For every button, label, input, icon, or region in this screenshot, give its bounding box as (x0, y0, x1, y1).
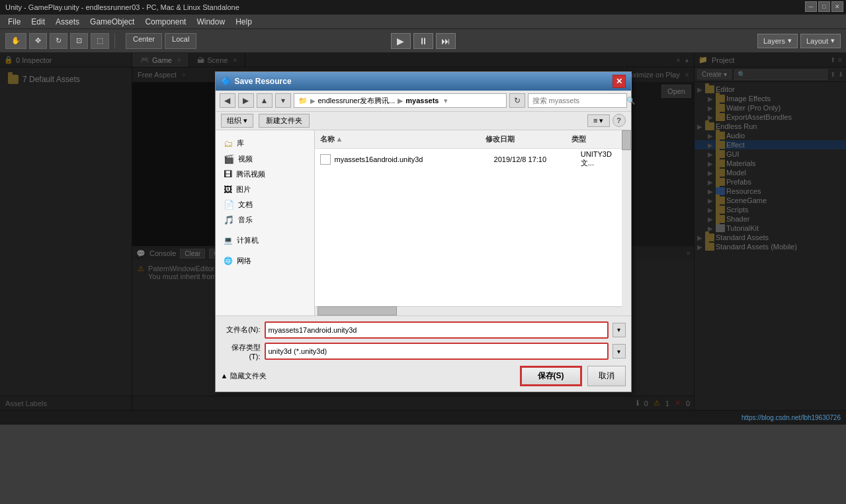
transform-controls: Center Local (126, 33, 196, 49)
action-buttons: 保存(S) 取消 (520, 366, 626, 386)
filetype-row: 保存类型(T): ▾ (221, 343, 626, 360)
col-header-name[interactable]: 名称 ▲ (315, 134, 480, 144)
computer-label: 计算机 (237, 235, 259, 245)
filetype-label: 保存类型(T): (221, 343, 261, 360)
local-btn[interactable]: Local (165, 33, 196, 49)
sidebar-video[interactable]: 🎬 视频 (216, 151, 314, 167)
menu-component[interactable]: Component (140, 16, 191, 28)
sidebar-computer[interactable]: 💻 计算机 (216, 233, 314, 248)
layout-dropdown[interactable]: Layout▾ (800, 34, 841, 48)
menu-help[interactable]: Help (230, 16, 257, 28)
path-dropdown-btn[interactable]: ▾ (444, 97, 448, 105)
dialog-overlay: 🔷 Save Resource ✕ ◀ ▶ ▲ ▾ 📁 ▶ endlessrun… (0, 53, 846, 410)
image-icon: 🖼 (224, 185, 232, 194)
path-part-1[interactable]: endlessruner发布腾讯... (318, 96, 396, 106)
pause-btn[interactable]: ⏸ (413, 33, 433, 49)
sidebar-images[interactable]: 🖼 图片 (216, 182, 314, 197)
col-type-label: 类型 (571, 134, 586, 144)
scale-tool-btn[interactable]: ⊡ (70, 33, 88, 49)
image-label: 图片 (236, 185, 251, 194)
view-btn[interactable]: ≡ ▾ (587, 114, 609, 127)
title-bar: Unity - GamePlay.unity - endlessrunner03… (0, 0, 846, 15)
col-sort-arrow: ▲ (336, 135, 343, 143)
hide-folder-btn[interactable]: ▲ 隐藏文件夹 (221, 371, 267, 381)
path-part-2[interactable]: myassets (405, 97, 439, 105)
video-label: 视频 (238, 154, 253, 164)
move-tool-btn[interactable]: ✥ (29, 33, 47, 49)
file-name-0: myassets16android.unity3d (335, 155, 490, 163)
music-icon: 🎵 (224, 215, 234, 225)
hide-folder-icon: ▲ (221, 372, 228, 380)
menu-edit[interactable]: Edit (26, 16, 50, 28)
col-name-label: 名称 (320, 134, 335, 144)
sidebar-network[interactable]: 🌐 网络 (216, 253, 314, 269)
tencent-video-icon: 🎞 (224, 169, 232, 179)
filetype-dropdown[interactable]: ▾ (613, 344, 626, 358)
dialog-file-area: 名称 ▲ 修改日期 类型 myassets16androi (315, 130, 631, 315)
nav-dropdown-btn[interactable]: ▾ (275, 93, 291, 108)
path-root-icon: ▶ (310, 97, 316, 105)
col-header-date[interactable]: 修改日期 (480, 134, 566, 144)
play-btn[interactable]: ▶ (391, 33, 411, 49)
search-field[interactable] (532, 97, 624, 105)
search-icon: 🔍 (626, 97, 636, 105)
close-btn[interactable]: ✕ (831, 1, 843, 12)
layers-dropdown[interactable]: Layers▾ (757, 34, 798, 48)
dialog-secondary-bar: 组织 ▾ 新建文件夹 ≡ ▾ ? (216, 112, 631, 130)
menu-gameobject[interactable]: GameObject (85, 16, 140, 28)
cancel-btn[interactable]: 取消 (587, 366, 626, 386)
rect-tool-btn[interactable]: ⬚ (91, 33, 109, 49)
file-date-0: 2019/12/8 17:10 (494, 155, 577, 163)
filetype-input[interactable] (266, 344, 607, 358)
toolbar: ✋ ✥ ↻ ⊡ ⬚ Center Local ▶ ⏸ ⏭ Layers▾ Lay… (0, 29, 846, 53)
library-label: 库 (237, 138, 244, 148)
scrollbar-thumb[interactable] (622, 130, 631, 150)
dialog-icon: 🔷 (221, 77, 231, 86)
status-bar: https://blog.csdn.net/lbh19630726 (0, 410, 846, 425)
file-icon (320, 154, 331, 165)
save-resource-dialog: 🔷 Save Resource ✕ ◀ ▶ ▲ ▾ 📁 ▶ endlessrun… (215, 71, 632, 392)
dialog-scrollbar[interactable] (622, 130, 631, 315)
sidebar-library[interactable]: 🗂 库 (216, 136, 314, 151)
hscroll-thumb[interactable] (317, 306, 397, 315)
col-date-label: 修改日期 (486, 134, 515, 144)
doc-label: 文档 (238, 200, 253, 210)
nav-refresh-btn[interactable]: ↻ (509, 93, 525, 108)
step-btn[interactable]: ⏭ (436, 33, 456, 49)
org-btn[interactable]: 组织 ▾ (221, 114, 253, 128)
nav-back-btn[interactable]: ◀ (220, 93, 235, 108)
dialog-title: Save Resource (235, 77, 292, 86)
sidebar-tencent-video[interactable]: 🎞 腾讯视频 (216, 167, 314, 182)
window-controls: ─ □ ✕ (805, 1, 843, 12)
help-btn[interactable]: ? (613, 114, 626, 127)
hand-tool-btn[interactable]: ✋ (5, 33, 26, 49)
center-btn[interactable]: Center (126, 33, 162, 49)
minimize-btn[interactable]: ─ (805, 1, 817, 12)
sidebar-music[interactable]: 🎵 音乐 (216, 212, 314, 228)
file-list: myassets16android.unity3d 2019/12/8 17:1… (315, 149, 631, 170)
path-arrow: ▶ (398, 97, 403, 105)
new-folder-btn[interactable]: 新建文件夹 (259, 114, 310, 128)
nav-fwd-btn[interactable]: ▶ (238, 93, 254, 108)
tencent-video-label: 腾讯视频 (236, 169, 265, 179)
menu-window[interactable]: Window (191, 16, 230, 28)
dialog-hscroll[interactable] (315, 306, 622, 315)
file-item-0[interactable]: myassets16android.unity3d 2019/12/8 17:1… (315, 151, 631, 167)
rotate-tool-btn[interactable]: ↻ (50, 33, 67, 49)
nav-up-btn[interactable]: ▲ (257, 93, 273, 108)
doc-icon: 📄 (224, 200, 234, 210)
title-text: Unity - GamePlay.unity - endlessrunner03… (5, 3, 239, 11)
dialog-close-btn[interactable]: ✕ (613, 75, 626, 88)
maximize-btn[interactable]: □ (818, 1, 830, 12)
col-header-type[interactable]: 类型 (566, 134, 619, 144)
toolbar-sep-1 (114, 33, 115, 49)
network-label: 网络 (237, 256, 251, 266)
filename-input[interactable] (266, 323, 607, 337)
filename-row: 文件名(N): ▾ (221, 321, 626, 339)
menu-file[interactable]: File (3, 16, 26, 28)
sidebar-docs[interactable]: 📄 文档 (216, 197, 314, 212)
filename-dropdown[interactable]: ▾ (613, 323, 626, 337)
play-controls: ▶ ⏸ ⏭ (391, 33, 456, 49)
menu-assets[interactable]: Assets (50, 16, 85, 28)
save-btn[interactable]: 保存(S) (520, 366, 582, 386)
